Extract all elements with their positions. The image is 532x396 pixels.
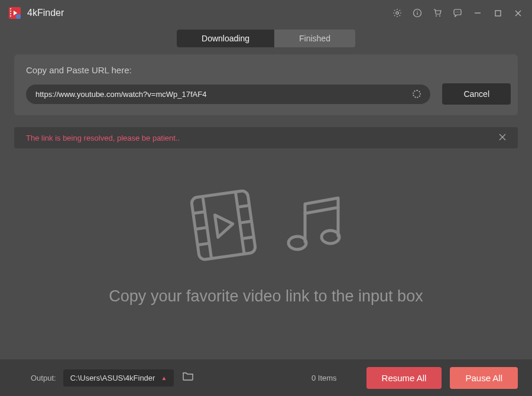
svg-line-29 xyxy=(240,221,252,223)
empty-illustration xyxy=(182,187,350,264)
resume-all-button[interactable]: Resume All xyxy=(366,367,442,389)
svg-rect-4 xyxy=(10,15,11,17)
maximize-icon[interactable] xyxy=(493,8,502,18)
close-icon[interactable] xyxy=(513,8,523,18)
svg-point-32 xyxy=(288,236,306,249)
url-label: Copy and Paste URL here: xyxy=(26,65,511,75)
chat-icon[interactable] xyxy=(453,8,462,18)
pause-all-button[interactable]: Pause All xyxy=(450,367,518,389)
url-input-wrap xyxy=(26,85,430,104)
status-bar: The link is being resolved, please be pa… xyxy=(14,127,518,148)
film-icon xyxy=(182,187,265,264)
music-note-icon xyxy=(279,190,350,261)
svg-line-26 xyxy=(195,227,207,229)
svg-line-34 xyxy=(305,207,338,213)
gear-icon[interactable] xyxy=(392,8,402,18)
svg-point-33 xyxy=(322,231,339,244)
status-close-icon[interactable] xyxy=(499,133,506,142)
footer: Output: C:\Users\ASUS\4kFinder ▲ 0 Items… xyxy=(0,359,532,396)
titlebar-controls xyxy=(392,8,523,18)
url-input[interactable] xyxy=(35,90,408,99)
svg-line-30 xyxy=(242,237,254,239)
svg-rect-22 xyxy=(191,190,256,259)
status-message: The link is being resolved, please be pa… xyxy=(26,134,180,142)
cancel-button[interactable]: Cancel xyxy=(442,83,511,105)
app-title: 4kFinder xyxy=(27,8,64,18)
svg-point-7 xyxy=(396,12,398,14)
caret-up-icon: ▲ xyxy=(161,375,167,381)
output-path-selector[interactable]: C:\Users\ASUS\4kFinder ▲ xyxy=(63,369,174,387)
cart-icon[interactable] xyxy=(433,8,442,18)
app-logo xyxy=(8,7,21,20)
url-panel: Copy and Paste URL here: Cancel xyxy=(14,54,518,115)
svg-point-11 xyxy=(436,15,437,17)
svg-point-13 xyxy=(456,12,456,12)
minimize-icon[interactable] xyxy=(473,8,482,18)
svg-rect-1 xyxy=(10,8,11,9)
tabs-row: Downloading Finished xyxy=(0,26,532,54)
svg-point-14 xyxy=(457,12,458,12)
titlebar: 4kFinder xyxy=(0,0,532,26)
tabs-container: Downloading Finished xyxy=(177,30,355,47)
svg-line-28 xyxy=(238,205,249,207)
svg-rect-17 xyxy=(495,11,501,16)
info-icon[interactable] xyxy=(413,8,422,18)
svg-rect-2 xyxy=(10,11,11,12)
open-folder-button[interactable] xyxy=(182,371,194,384)
tab-downloading[interactable]: Downloading xyxy=(177,30,274,47)
empty-state: Copy your favorite video link to the inp… xyxy=(14,148,518,343)
svg-rect-3 xyxy=(10,13,11,14)
svg-line-27 xyxy=(197,243,209,245)
empty-hint-text: Copy your favorite video link to the inp… xyxy=(109,287,423,306)
svg-point-6 xyxy=(16,14,21,19)
tab-finished[interactable]: Finished xyxy=(274,30,355,47)
svg-point-10 xyxy=(417,11,417,11)
output-path-text: C:\Users\ASUS\4kFinder xyxy=(70,374,155,382)
svg-point-12 xyxy=(439,15,440,17)
svg-line-25 xyxy=(193,212,205,213)
url-row: Cancel xyxy=(26,83,511,105)
loading-spinner-icon xyxy=(413,90,421,98)
main-content: Copy and Paste URL here: Cancel The link… xyxy=(0,54,532,343)
svg-point-15 xyxy=(459,12,459,12)
svg-marker-31 xyxy=(215,212,234,237)
output-label: Output: xyxy=(31,374,56,382)
items-count: 0 Items xyxy=(312,374,337,382)
